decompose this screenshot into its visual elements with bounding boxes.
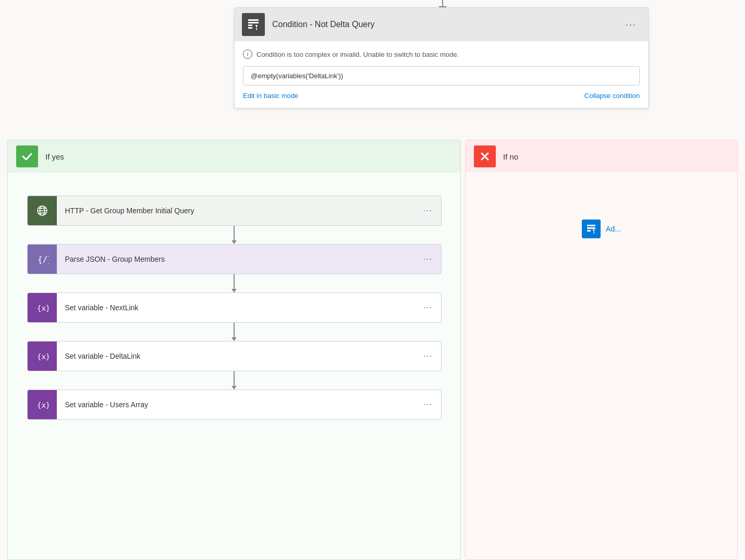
condition-body: i Condition is too complex or invalid. U…: [235, 41, 648, 108]
var1-card-menu-button[interactable]: ···: [415, 303, 441, 312]
var1-icon-box: {x}: [28, 293, 57, 322]
var3-card-menu-button[interactable]: ···: [415, 400, 441, 409]
action-card-http: HTTP - Get Group Member Initial Query ··…: [27, 196, 442, 226]
branch-no-icon: [474, 145, 496, 167]
branch-yes-icon: [16, 145, 38, 167]
svg-rect-19: [587, 230, 591, 232]
var2-card-title: Set variable - DeltaLink: [57, 352, 415, 360]
var3-icon-box: {x}: [28, 390, 57, 419]
branch-no: If no Ad...: [465, 140, 738, 560]
condition-header: Condition - Not Delta Query ···: [235, 8, 648, 41]
var2-card-menu-button[interactable]: ···: [415, 351, 441, 361]
http-icon-box: [28, 196, 57, 225]
http-card-menu-button[interactable]: ···: [415, 206, 441, 215]
parse-icon-box: {/}: [28, 245, 57, 274]
branch-no-header: If no: [466, 140, 737, 173]
info-icon: i: [243, 50, 252, 59]
svg-rect-0: [248, 19, 259, 21]
svg-text:{x}: {x}: [37, 352, 49, 361]
action-card-var1: {x} Set variable - NextLink ···: [27, 293, 442, 323]
branch-no-label: If no: [503, 152, 518, 161]
condition-warning: i Condition is too complex or invalid. U…: [243, 50, 640, 59]
action-card-var3: {x} Set variable - Users Array ···: [27, 389, 442, 420]
variable-icon-3: {x}: [35, 398, 49, 411]
parse-icon: {/}: [35, 252, 49, 266]
parse-card-title: Parse JSON - Group Members: [57, 255, 415, 263]
condition-icon: [247, 18, 260, 31]
var1-card-title: Set variable - NextLink: [57, 303, 415, 312]
x-icon: [479, 151, 491, 162]
condition-warning-text: Condition is too complex or invalid. Una…: [257, 51, 459, 58]
connector-4: [231, 371, 237, 389]
action-card-var2: {x} Set variable - DeltaLink ···: [27, 341, 442, 371]
action-list: HTTP - Get Group Member Initial Query ··…: [8, 173, 460, 428]
condition-ellipsis-button[interactable]: ···: [621, 17, 641, 32]
condition-card: Condition - Not Delta Query ··· i Condit…: [234, 7, 649, 108]
svg-marker-20: [593, 229, 595, 232]
canvas: Condition - Not Delta Query ··· i Condit…: [0, 0, 745, 560]
add-action-button[interactable]: Ad...: [582, 220, 621, 238]
add-action-icon-box: [582, 220, 601, 238]
svg-rect-5: [257, 28, 258, 30]
svg-text:{x}: {x}: [37, 401, 49, 409]
edit-basic-mode-link[interactable]: Edit in basic mode: [243, 92, 298, 100]
svg-rect-1: [248, 22, 259, 23]
add-action-container: Ad...: [466, 173, 737, 254]
svg-rect-3: [248, 27, 252, 29]
http-card-title: HTTP - Get Group Member Initial Query: [57, 206, 415, 215]
variable-icon-2: {x}: [35, 349, 49, 363]
condition-icon-box: [242, 13, 265, 36]
branch-yes: If yes: [7, 140, 461, 560]
svg-rect-18: [587, 227, 595, 229]
condition-links: Edit in basic mode Collapse condition: [243, 92, 640, 100]
parse-card-menu-button[interactable]: ···: [415, 254, 441, 264]
connector-2: [231, 274, 237, 293]
branch-yes-label: If yes: [45, 152, 64, 161]
add-action-label: Ad...: [606, 225, 621, 233]
action-card-parse: {/} Parse JSON - Group Members ···: [27, 244, 442, 274]
globe-icon: [35, 204, 49, 217]
svg-text:{/}: {/}: [38, 254, 49, 264]
svg-rect-21: [594, 232, 595, 234]
var3-card-title: Set variable - Users Array: [57, 400, 415, 409]
svg-marker-4: [255, 25, 258, 28]
connector-3: [231, 323, 237, 341]
branches-container: If yes: [0, 140, 745, 560]
svg-rect-17: [587, 225, 595, 226]
branch-yes-header: If yes: [8, 140, 460, 173]
var2-icon-box: {x}: [28, 342, 57, 371]
collapse-condition-link[interactable]: Collapse condition: [584, 92, 640, 100]
checkmark-icon: [21, 151, 33, 162]
condition-formula-box: @empty(variables('DeltaLink')): [243, 66, 640, 86]
svg-rect-2: [248, 25, 252, 26]
add-action-icon: [586, 224, 596, 234]
variable-icon: {x}: [35, 301, 49, 314]
svg-text:{x}: {x}: [37, 304, 49, 312]
connector-1: [231, 226, 237, 244]
condition-title: Condition - Not Delta Query: [272, 20, 614, 29]
condition-formula: @empty(variables('DeltaLink')): [251, 72, 343, 80]
